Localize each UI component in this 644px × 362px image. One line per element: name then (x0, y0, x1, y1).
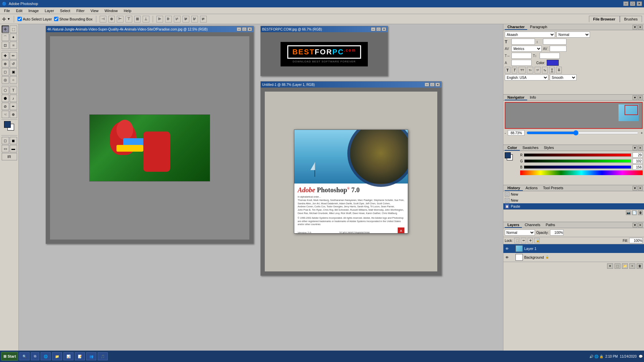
history-item-1[interactable]: ⬚ New (503, 197, 644, 203)
b-value[interactable]: 156 (633, 164, 643, 170)
r-value[interactable]: 29 (633, 152, 643, 158)
fill-input[interactable] (629, 238, 643, 243)
bestforpc-restore[interactable]: □ (376, 27, 381, 31)
untitled-restore[interactable]: □ (430, 83, 435, 87)
bold-button[interactable]: T (505, 67, 510, 73)
taskbar-taskview[interactable]: ⧉ (31, 352, 39, 360)
lock-all-button[interactable]: 🔒 (534, 238, 540, 243)
tracking-input[interactable]: 0 (550, 46, 566, 52)
superscript-button[interactable]: T² (535, 67, 541, 73)
align-middle-button[interactable]: ⊞ (134, 16, 141, 22)
auto-select-checkbox[interactable] (17, 17, 22, 21)
distribute-top-button[interactable]: ⊯ (183, 16, 189, 22)
add-mask-button[interactable]: ⬚ (614, 263, 621, 269)
eyedropper-tool[interactable]: ⊘ (2, 103, 9, 110)
baseline-input[interactable]: 0 pt (511, 60, 532, 66)
notes-tool[interactable]: ♪ (10, 95, 17, 102)
menu-edit[interactable]: Edit (13, 8, 25, 13)
create-layer-button[interactable]: + (629, 263, 635, 269)
clone-tool[interactable]: ⊕ (2, 60, 9, 67)
color-tab[interactable]: Color (505, 145, 520, 151)
menu-help[interactable]: Help (121, 8, 134, 13)
taskbar-files[interactable]: 📁 (52, 352, 62, 360)
color-panel-collapse[interactable]: ▼ (633, 146, 637, 150)
quick-mask-mode[interactable]: ◼ (10, 137, 17, 144)
color-panel-close[interactable]: ✕ (638, 146, 643, 150)
aa-method-select[interactable]: Smooth (550, 74, 577, 81)
layers-panel-collapse[interactable]: ▼ (633, 223, 637, 227)
standard-mode[interactable]: ◻ (2, 137, 9, 144)
menu-image[interactable]: Image (26, 8, 42, 13)
untitled-window-title[interactable]: Untitled-1 @ 88.7% (Layer 1, RGB) ─ □ ✕ (261, 82, 441, 88)
delete-layer-button[interactable]: 🗑 (637, 263, 643, 269)
italic-button[interactable]: T (512, 67, 517, 73)
delete-history-button[interactable]: 🗑 (638, 210, 643, 215)
screen-mode-full[interactable]: ▬ (10, 145, 17, 152)
eraser-tool[interactable]: ◻ (2, 68, 9, 75)
minimize-button[interactable]: ─ (623, 1, 629, 6)
actions-tab[interactable]: Actions (523, 186, 540, 191)
create-snapshot-button[interactable]: 📷 (626, 210, 631, 215)
char-panel-close[interactable]: ✕ (638, 25, 643, 30)
font-style-select[interactable]: Normal (556, 32, 590, 38)
opacity-input[interactable] (550, 229, 563, 236)
color-swatch[interactable] (547, 60, 559, 66)
char-panel-collapse[interactable]: ▼ (633, 25, 637, 30)
scale-h-input[interactable]: 100% (511, 53, 532, 59)
align-bottom-button[interactable]: ⊥ (143, 16, 149, 22)
start-button[interactable]: ⊞ Start (1, 352, 18, 361)
dodge-tool[interactable]: ○ (10, 76, 17, 84)
lock-image-button[interactable]: ✏ (521, 238, 526, 243)
layers-tab[interactable]: Layers (505, 222, 522, 228)
imageready-button[interactable]: IR (2, 153, 17, 160)
menu-window[interactable]: Window (102, 8, 120, 13)
taskbar-app1[interactable]: 🎵 (98, 352, 108, 360)
menu-layer[interactable]: Layer (42, 8, 57, 13)
menu-select[interactable]: Select (57, 8, 73, 13)
untitled-close[interactable]: ✕ (435, 83, 440, 87)
lock-position-button[interactable]: ✛ (528, 238, 533, 243)
scale-v-input[interactable]: 100% (540, 53, 560, 59)
align-left-button[interactable]: ⊣ (100, 16, 106, 22)
create-document-button[interactable]: 📄 (632, 210, 637, 215)
font-select[interactable]: Akaash (505, 32, 555, 38)
layer1-visibility[interactable]: 👁 (505, 246, 509, 251)
styles-tab[interactable]: Styles (541, 145, 556, 151)
align-right-button[interactable]: ⊢ (117, 16, 123, 22)
nav-zoom-input[interactable] (508, 130, 525, 136)
shape-tool[interactable]: ⬟ (2, 95, 9, 102)
strikethrough-button[interactable]: T (556, 67, 562, 73)
crop-tool[interactable]: ⊡ (2, 42, 9, 49)
measure-tool[interactable]: ✒ (10, 103, 17, 110)
paths-tab[interactable]: Paths (543, 222, 558, 228)
foreground-color-box[interactable] (4, 121, 11, 128)
nav-panel-close[interactable]: ✕ (638, 95, 643, 100)
taskbar-word[interactable]: 📝 (75, 352, 85, 360)
jungle-restore[interactable]: □ (242, 27, 247, 31)
menu-file[interactable]: File (1, 8, 13, 13)
add-style-button[interactable]: ✦ (607, 263, 613, 269)
g-value[interactable]: 102 (633, 158, 643, 164)
navigator-tab[interactable]: Navigator (505, 95, 527, 100)
brush-tool[interactable]: ✏ (10, 52, 17, 59)
nav-panel-collapse[interactable]: ▼ (633, 95, 637, 100)
show-bounding-box-label[interactable]: Show Bounding Box (54, 17, 93, 21)
notification-icon[interactable]: 💬 (639, 355, 643, 358)
bestforpc-minimize[interactable]: ─ (371, 27, 376, 31)
distribute-right-button[interactable]: ⊬ (174, 16, 181, 22)
background-visibility[interactable]: 👁 (505, 255, 509, 260)
hand-tool[interactable]: ☜ (2, 111, 9, 118)
underline-button[interactable]: T (549, 67, 555, 73)
magic-wand-tool[interactable]: ✦ (10, 34, 17, 41)
healing-tool[interactable]: ✚ (2, 52, 9, 59)
slice-tool[interactable]: ⌗ (10, 42, 17, 49)
distribute-left-button[interactable]: ⊫ (156, 16, 163, 22)
align-top-button[interactable]: ⊤ (126, 16, 132, 22)
blur-tool[interactable]: ◎ (2, 76, 9, 84)
selection-tool[interactable]: ⬚ (10, 25, 17, 33)
layer-item-background[interactable]: 👁 Background 🔒 (503, 253, 644, 262)
distribute-bottom-button[interactable]: ⊭ (200, 16, 207, 22)
type-tool[interactable]: T (10, 87, 17, 94)
smallcaps-button[interactable]: Tт (527, 67, 533, 73)
taskbar-teams[interactable]: 👥 (86, 352, 96, 360)
